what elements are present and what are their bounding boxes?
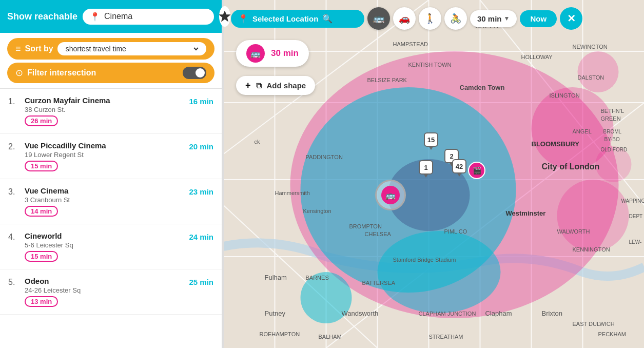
now-button[interactable]: Now <box>520 10 557 27</box>
svg-text:LEW-: LEW- <box>629 239 642 245</box>
cluster-count: 42 <box>456 163 463 170</box>
filter-bar[interactable]: ⊙ Filter intersection <box>7 63 214 83</box>
sort-bar[interactable]: ≡ Sort by shortest travel time name dist… <box>7 38 214 60</box>
svg-text:Wandsworth: Wandsworth <box>342 310 379 317</box>
result-name: Vue Cinema <box>25 186 183 195</box>
selected-location-text: Selected Location <box>252 14 318 23</box>
svg-point-24 <box>378 231 501 313</box>
filter-label: Filter intersection <box>27 68 179 78</box>
result-address: 38 Curzon St. <box>25 106 183 113</box>
list-item[interactable]: 2. Vue Piccadilly Cinema 19 Lower Regent… <box>0 134 222 179</box>
show-reachable-label: Show reachable <box>7 11 77 22</box>
add-shape-button[interactable]: + ⧉ Add shape <box>236 76 315 95</box>
cluster-1[interactable]: 1 <box>419 160 433 175</box>
route-button[interactable] <box>219 6 230 27</box>
cluster-count: 15 <box>427 136 435 144</box>
result-travel-time: 16 min <box>189 96 213 106</box>
search-button[interactable]: 🔍 <box>322 14 333 24</box>
chevron-down-icon: ▼ <box>504 15 510 22</box>
svg-text:ROEHAMPTON: ROEHAMPTON <box>260 331 300 337</box>
result-address: 3 Cranbourn St <box>25 196 183 204</box>
isochrone-bubble[interactable]: 🚌 30 min <box>236 40 309 67</box>
result-name: Odeon <box>25 277 183 285</box>
svg-text:KENNINGTON: KENNINGTON <box>573 246 610 253</box>
svg-text:BATTERSEA: BATTERSEA <box>362 280 396 286</box>
result-rank: 1. <box>8 96 18 106</box>
cluster-count: 2 <box>450 152 453 160</box>
result-badge: 13 min <box>25 296 58 307</box>
svg-text:DEPT FORD: DEPT FORD <box>629 214 645 219</box>
filter-toggle[interactable] <box>183 67 206 79</box>
walk-mode-button[interactable]: 🚶 <box>419 7 441 30</box>
svg-text:BETHN'L: BETHN'L <box>601 108 625 114</box>
sort-label: Sort by <box>25 44 53 53</box>
cluster-42[interactable]: 42 <box>452 159 466 173</box>
sort-icon: ≡ <box>15 44 21 54</box>
result-name: Vue Piccadilly Cinema <box>25 141 183 150</box>
result-badge: 26 min <box>25 115 58 126</box>
filter-icon: ⊙ <box>15 67 23 79</box>
list-item[interactable]: 5. Odeon 24-26 Leicester Sq 13 min 25 mi… <box>0 269 222 315</box>
cluster-count: 1 <box>424 164 427 171</box>
result-travel-time: 25 min <box>189 277 213 286</box>
location-icon: 📍 <box>238 14 248 24</box>
svg-point-19 <box>557 180 629 252</box>
result-info: Curzon Mayfair Cinema 38 Curzon St. 26 m… <box>25 96 183 126</box>
svg-text:Fulham: Fulham <box>265 274 287 281</box>
result-address: 5-6 Leicester Sq <box>25 241 183 249</box>
close-button[interactable]: ✕ <box>560 7 582 30</box>
panel-divider[interactable] <box>222 0 224 348</box>
result-badge: 14 min <box>25 206 58 217</box>
plus-icon: + <box>245 80 251 91</box>
svg-text:Hammersmith: Hammersmith <box>275 190 310 196</box>
svg-text:PADDINGTON: PADDINGTON <box>306 154 343 160</box>
result-address: 19 Lower Regent St <box>25 151 183 159</box>
svg-text:GREEN: GREEN <box>601 115 621 122</box>
result-address: 24-26 Leicester Sq <box>25 286 183 294</box>
svg-text:PIML CO: PIML CO <box>444 228 467 235</box>
svg-text:WAPPING: WAPPING <box>621 198 645 204</box>
svg-text:STREATHAM: STREATHAM <box>429 334 463 340</box>
list-item[interactable]: 1. Curzon Mayfair Cinema 38 Curzon St. 2… <box>0 89 222 134</box>
svg-text:BROMPTON: BROMPTON <box>349 223 382 229</box>
result-info: Cineworld 5-6 Leicester Sq 15 min <box>25 231 183 262</box>
svg-text:Westminster: Westminster <box>506 209 546 217</box>
pin-icon: 📍 <box>90 12 100 22</box>
svg-text:Brixton: Brixton <box>542 310 562 317</box>
list-item[interactable]: 4. Cineworld 5-6 Leicester Sq 15 min 24 … <box>0 224 222 269</box>
map-toolbar: 📍 Selected Location 🔍 🚌 🚗 🚶 🚴 30 min ▼ N… <box>231 7 637 30</box>
svg-text:ANGEL: ANGEL <box>573 128 592 134</box>
bike-mode-button[interactable]: 🚴 <box>444 7 467 30</box>
location-search[interactable]: 📍 Selected Location 🔍 <box>231 10 364 28</box>
map-area: GREEN HAMPSTEAD HOLLOWAY NEWINGTON KENTI… <box>224 0 644 348</box>
layers-icon: ⧉ <box>256 81 262 90</box>
svg-text:WALWORTH: WALWORTH <box>557 228 590 235</box>
svg-text:HOLLOWAY: HOLLOWAY <box>521 54 553 60</box>
transit-mode-button[interactable]: 🚌 <box>367 7 390 30</box>
svg-text:BLOOMSBURY: BLOOMSBURY <box>532 140 580 148</box>
svg-text:CHELSEA: CHELSEA <box>365 231 392 237</box>
time-select[interactable]: 30 min ▼ <box>470 10 517 27</box>
result-travel-time: 20 min <box>189 141 213 151</box>
result-info: Vue Cinema 3 Cranbourn St 14 min <box>25 186 183 217</box>
isochrone-icon: 🚌 <box>246 44 265 63</box>
add-shape-label: Add shape <box>267 81 306 90</box>
svg-text:City of London: City of London <box>542 162 600 171</box>
list-item[interactable]: 3. Vue Cinema 3 Cranbourn St 14 min 23 m… <box>0 179 222 224</box>
cinema-input-wrap: 📍 <box>83 9 214 25</box>
cluster-15[interactable]: 15 <box>424 132 438 147</box>
svg-text:Kensington: Kensington <box>303 208 331 214</box>
svg-text:PECKHAM: PECKHAM <box>598 331 626 337</box>
cinema-input[interactable] <box>104 12 207 21</box>
car-mode-button[interactable]: 🚗 <box>393 7 416 30</box>
center-icon: 🚌 <box>381 186 400 204</box>
svg-text:BY-BO: BY-BO <box>604 137 620 142</box>
svg-text:ck: ck <box>255 139 261 145</box>
result-name: Cineworld <box>25 231 183 240</box>
sort-select[interactable]: shortest travel time name distance <box>64 44 200 53</box>
svg-text:Putney: Putney <box>265 310 286 317</box>
center-marker[interactable]: 🚌 <box>375 180 406 210</box>
svg-point-21 <box>578 51 619 92</box>
result-travel-time: 24 min <box>189 231 213 241</box>
cinema-marker[interactable]: 🎬 <box>468 162 485 179</box>
